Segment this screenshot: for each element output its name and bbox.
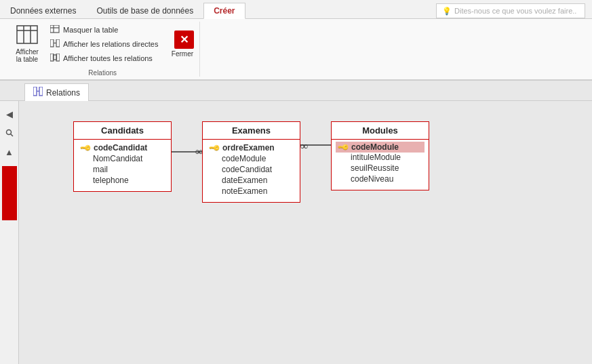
small-buttons-group: Masquer la table Afficher les relations … [46,24,162,65]
examens-header: Examens [203,122,300,140]
field-codeNiveau: codeNiveau [338,174,422,184]
main-canvas: ◀ ▲ ∞ ∞ [0,101,592,364]
field-codeCandidat-name: codeCandidat [94,143,147,153]
field-ordreExamen-name: ordreExamen [222,143,275,153]
svg-text:∞: ∞ [300,140,308,152]
svg-rect-14 [39,87,43,96]
field-seuilReussite: seuilReussite [338,163,422,174]
tab-outils-bdd[interactable]: Outils de base de données [86,3,203,18]
svg-rect-0 [17,26,37,43]
masquer-icon [50,25,60,35]
svg-rect-8 [56,39,60,47]
relations-group-label: Relations [88,66,117,77]
field-telephone: telephone [81,175,164,186]
field-codeCandidat-examens: codeCandidat [210,164,293,175]
tab-bar: Relations [0,81,592,101]
examens-fields: 🔑 ordreExamen codeModule codeCandidat da… [203,140,300,202]
field-codeModule-name: codeModule [222,154,266,163]
fermer-button[interactable]: ✕ [174,31,194,49]
field-mail: mail [81,164,164,175]
field-intituleModule-name: intituleModule [351,153,401,162]
afficher-toutes-relations-button[interactable]: Afficher toutes les relations [46,52,162,65]
candidats-header: Candidats [74,122,171,140]
relations-tab[interactable]: Relations [24,83,89,101]
ribbon-body: Afficherla table Masquer la table [0,19,592,80]
field-codeNiveau-name: codeNiveau [351,174,393,184]
afficher-relations-directes-button[interactable]: Afficher les relations directes [46,38,162,51]
svg-rect-13 [33,87,37,96]
nav-red-indicator [2,166,17,220]
relation-examens-modules: ∞ [298,140,334,152]
svg-point-16 [6,130,11,135]
left-nav: ◀ ▲ [0,101,19,364]
afficher-relations-directes-label: Afficher les relations directes [63,40,158,48]
masquer-table-button[interactable]: Masquer la table [46,24,162,37]
svg-line-17 [10,134,13,137]
key-icon-codeCandidat: 🔑 [79,141,92,154]
relations-tab-label: Relations [46,88,80,98]
afficher-table-label: Afficherla table [16,48,39,63]
field-codeModule-modules-name: codeModule [351,142,399,152]
field-codeCandidat: 🔑 codeCandidat [81,142,164,153]
key-icon-ordreExamen: 🔑 [208,141,220,154]
tab-donnees-externes[interactable]: Données externes [0,3,86,18]
tab-creer[interactable]: Créer [203,3,245,19]
search-placeholder: Dites-nous ce que vous voulez faire.. [454,7,576,15]
table-icon [16,25,38,47]
toutes-relations-icon [50,54,60,64]
ribbon-group-items: Afficherla table Masquer la table [11,22,194,66]
field-codeModule: codeModule [210,153,293,164]
masquer-table-label: Masquer la table [63,26,118,34]
field-telephone-name: telephone [93,176,129,185]
modules-fields: 🔑 codeModule intituleModule seuilReussit… [332,140,429,190]
ribbon-search[interactable]: 💡 Dites-nous ce que vous voulez faire.. [436,3,585,18]
nav-up-button[interactable]: ▲ [2,144,17,159]
close-x-icon: ✕ [180,33,189,46]
field-ordreExamen: 🔑 ordreExamen [210,142,293,153]
search-lightbulb-icon: 💡 [442,7,452,16]
field-noteExamen-name: noteExamen [222,186,267,196]
field-codeCandidat-examens-name: codeCandidat [222,165,272,174]
modules-header: Modules [332,122,429,140]
relations-directes-icon [50,39,60,49]
relations-tab-icon [33,87,43,98]
field-codeModule-modules: 🔑 codeModule [336,142,425,153]
nav-search-button[interactable] [2,125,17,140]
candidats-fields: 🔑 codeCandidat NomCandidat mail telephon… [74,140,171,191]
nav-collapse-button[interactable]: ◀ [2,106,17,121]
field-NomCandidat-name: NomCandidat [93,154,142,163]
table-modules: Modules 🔑 codeModule intituleModule seui… [331,121,429,190]
table-examens: Examens 🔑 ordreExamen codeModule codeCan… [202,121,300,203]
svg-rect-7 [50,39,54,47]
field-intituleModule: intituleModule [338,152,422,163]
field-seuilReussite-name: seuilReussite [351,163,399,173]
afficher-toutes-relations-label: Afficher toutes les relations [63,54,153,62]
svg-rect-4 [50,25,59,33]
field-dateExamen: dateExamen [210,175,293,186]
field-mail-name: mail [93,165,108,174]
fermer-label: Fermer [172,50,193,58]
afficher-table-button[interactable]: Afficherla table [11,22,43,66]
relation-candidats-examens: ∞ [167,146,203,157]
table-candidats: Candidats 🔑 codeCandidat NomCandidat mai… [73,121,172,192]
field-noteExamen: noteExamen [210,186,293,197]
relations-group: Afficherla table Masquer la table [5,22,200,77]
field-NomCandidat: NomCandidat [81,153,164,164]
field-dateExamen-name: dateExamen [222,176,267,185]
